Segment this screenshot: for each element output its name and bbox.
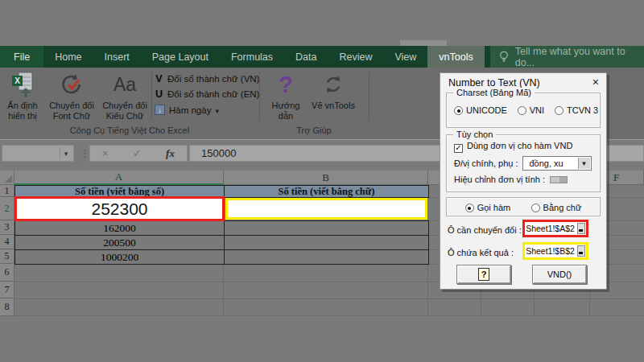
radio-tcvn3-option[interactable]: TCVN 3 — [555, 105, 598, 115]
cell-b4[interactable] — [224, 235, 429, 250]
radio-goi-ham-label: Gọi hàm — [477, 203, 511, 212]
cell-a3[interactable]: 162000 — [14, 220, 225, 236]
unit-dropdown-value: đồng, xu — [530, 158, 564, 168]
cell-b3[interactable] — [224, 220, 429, 236]
cell-a4[interactable]: 200500 — [14, 235, 225, 250]
column-header-b[interactable]: B — [224, 171, 428, 185]
ve-vntools-button[interactable]: Vẽ vnTools — [311, 70, 356, 111]
cancel-icon[interactable]: × — [102, 147, 109, 159]
radio-goi-ham-option[interactable]: Gọi hàm — [465, 203, 511, 212]
vnd-button[interactable]: VND() — [532, 265, 587, 284]
ribbon-separator — [369, 72, 369, 120]
ve-vntools-label: Vẽ vnTools — [312, 101, 355, 111]
radio-unicode-option[interactable]: UNICODE — [454, 105, 507, 115]
tab-page-layout[interactable]: Page Layout — [141, 46, 220, 68]
radio-unicode[interactable] — [454, 106, 463, 115]
tab-view[interactable]: View — [383, 46, 427, 68]
vnd-unit-checkbox[interactable] — [454, 144, 463, 153]
radio-bang-chu-option[interactable]: Bằng chữ — [531, 203, 582, 212]
an-dinh-hien-thi-button[interactable]: X Ấn định hiển thị — [2, 70, 43, 121]
ribbon-group-label-vntools: Công Cụ Tiếng Việt Cho Excel — [0, 125, 259, 135]
radio-goi-ham[interactable] — [465, 204, 474, 212]
tab-vntools[interactable]: vnTools — [427, 46, 484, 68]
collapse-range-icon[interactable] — [577, 245, 585, 257]
radio-vni-option[interactable]: VNI — [518, 105, 544, 115]
refresh-check-icon — [60, 70, 84, 99]
tab-insert[interactable]: Insert — [93, 46, 141, 68]
chuyen-doi-kieu-chu-button[interactable]: Aa Chuyển đổi Kiểu Chữ — [99, 70, 151, 121]
help-icon: ? — [478, 268, 489, 281]
doi-so-thanh-chu-vn-label: Đổi số thành chữ (VN) — [167, 74, 259, 84]
ham-ngay-label: Hàm ngày — [169, 105, 211, 115]
enter-icon[interactable]: ✓ — [133, 147, 142, 159]
sync-arrows-icon — [322, 70, 345, 99]
unit-dropdown[interactable]: đồng, xu — [522, 156, 592, 171]
doi-so-thanh-chu-en-button[interactable]: U Đổi số thành chữ (EN) — [155, 88, 259, 100]
doi-so-thanh-chu-en-label: Đổi số thành chữ (EN) — [167, 89, 259, 99]
huong-dan-label: Hướng dẫn — [266, 101, 306, 121]
question-mark-icon: ? — [279, 70, 293, 99]
row-header-2[interactable]: 2 — [0, 197, 14, 220]
row-header-7[interactable]: 7 — [0, 282, 14, 298]
huong-dan-button[interactable]: ? Hướng dẫn — [266, 70, 306, 121]
cell-b2-highlighted[interactable] — [225, 198, 427, 220]
radio-tcvn3[interactable] — [555, 106, 564, 115]
radio-unicode-label: UNICODE — [466, 105, 507, 115]
row-header-4[interactable]: 4 — [0, 235, 14, 249]
tab-data[interactable]: Data — [284, 46, 328, 68]
cell-b5[interactable] — [224, 249, 429, 265]
tell-me-text: Tell me what you want to do... — [515, 46, 635, 68]
result-cell-input[interactable]: Sheet1!$B$2 — [522, 242, 588, 260]
an-dinh-hien-thi-label: Ấn định hiển thị — [2, 101, 43, 121]
row-header-5[interactable]: 5 — [0, 249, 14, 264]
doi-so-thanh-chu-vn-button[interactable]: V Đổi số thành chữ (VN) — [155, 73, 259, 84]
collapse-range-icon[interactable] — [577, 223, 585, 234]
formula-buttons: × ✓ fx — [89, 145, 188, 162]
formula-value: 150000 — [201, 147, 236, 159]
unit-adjust-slider[interactable] — [550, 176, 568, 183]
vnd-unit-checkbox-row[interactable]: Dùng đơn vị cho hàm VND — [454, 141, 572, 153]
chevron-down-icon — [215, 105, 219, 115]
chuyen-doi-font-chu-button[interactable]: Chuyển đổi Font Chữ — [46, 70, 97, 121]
tab-home[interactable]: Home — [43, 46, 93, 68]
chuyen-doi-kieu-chu-label: Chuyển đổi Kiểu Chữ — [99, 101, 151, 121]
row-header-1[interactable]: 1 — [0, 185, 14, 197]
dropdown-arrow-icon[interactable] — [578, 158, 590, 169]
row-header-3[interactable]: 3 — [0, 220, 14, 235]
svg-text:X: X — [14, 76, 20, 85]
column-header-a[interactable]: A — [14, 171, 224, 185]
ribbon-group-label-tro-giup: Trợ Giúp — [259, 125, 369, 135]
adjust-row: Hiệu chỉnh đơn vị tính : — [454, 175, 568, 184]
row-header-6[interactable]: 6 — [0, 264, 14, 282]
name-box[interactable] — [2, 145, 74, 162]
insert-function-icon[interactable]: fx — [166, 147, 175, 160]
radio-vni-label: VNI — [530, 105, 544, 115]
ribbon-separator — [151, 72, 152, 120]
dialog-help-button[interactable]: ? — [456, 265, 511, 284]
cell-b1[interactable]: Số tiền (viết bằng chữ) — [224, 185, 429, 198]
radio-bang-chu[interactable] — [531, 204, 540, 212]
select-all-corner[interactable] — [0, 171, 14, 185]
row-header-8[interactable]: 8 — [0, 298, 14, 316]
tell-me-box[interactable]: Tell me what you want to do... — [490, 46, 644, 68]
ham-ngay-dropdown-button[interactable]: Hàm ngày — [155, 105, 219, 115]
gridline — [14, 298, 644, 299]
radio-vni[interactable] — [518, 106, 526, 115]
lightbulb-icon — [499, 51, 509, 63]
source-cell-value: Sheet1!$A$2 — [526, 224, 575, 233]
excel-window: File Home Insert Page Layout Formulas Da… — [0, 0, 644, 362]
tab-formulas[interactable]: Formulas — [220, 46, 284, 68]
name-box-dropdown-icon[interactable] — [60, 147, 72, 159]
cell-a5[interactable]: 1000200 — [14, 249, 225, 265]
tab-review[interactable]: Review — [328, 46, 383, 68]
unit-row: Đ/vị chính, phụ : đồng, xu — [454, 156, 592, 171]
cell-a2-highlighted[interactable]: 252300 — [14, 196, 225, 221]
result-cell-label: Ô chứa kết quả : — [448, 248, 514, 257]
charset-options: UNICODE VNI TCVN 3 — [454, 105, 598, 115]
unit-label: Đ/vị chính, phụ : — [454, 158, 518, 168]
close-icon[interactable]: × — [592, 76, 599, 88]
charset-group-label: Charset (Bảng Mã) — [453, 88, 535, 97]
vnd-button-label: VND() — [547, 269, 572, 279]
source-cell-input[interactable]: Sheet1!$A$2 — [522, 220, 588, 237]
tab-file[interactable]: File — [0, 46, 43, 68]
